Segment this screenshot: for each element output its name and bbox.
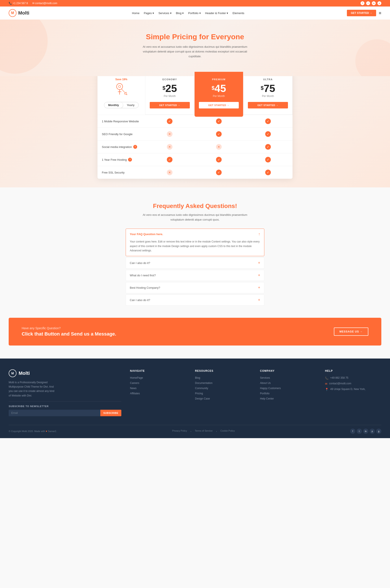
footer-nav-homepage[interactable]: HomePage	[130, 376, 186, 379]
footer-resources-docs[interactable]: Documentation	[195, 382, 251, 385]
hero-bg-circle2	[355, 39, 390, 76]
cta-banner: Have any Specific Question? Click that B…	[9, 318, 381, 346]
privacy-policy-link[interactable]: Privacy Policy	[172, 429, 187, 433]
plan-premium-cta[interactable]: GET STARTED →	[199, 102, 239, 109]
footer-nav-news[interactable]: News	[130, 387, 186, 390]
footer-description: Molti is a Professionally Designed Multi…	[9, 380, 56, 398]
footer-logo: M Molti	[9, 369, 121, 377]
nav-logo[interactable]: M Molti	[9, 9, 29, 17]
footer-company-about[interactable]: About Us	[260, 382, 316, 385]
check-yes-icon: ✓	[167, 118, 172, 124]
footer-twitter-icon[interactable]: t	[357, 429, 362, 434]
faq-question: Can I also do it?	[130, 261, 150, 265]
cta-label: Have any Specific Question?	[22, 326, 116, 330]
info-badge[interactable]: ?	[128, 158, 132, 162]
twitter-icon[interactable]: t	[366, 1, 370, 5]
faq-header[interactable]: What do I need first? +	[126, 270, 264, 281]
newsletter-input[interactable]	[9, 410, 100, 416]
feature-row: SEO Friendly for Google✕✓✓	[98, 127, 292, 140]
nav-services[interactable]: Services ▾	[158, 11, 171, 15]
faq-header[interactable]: Your FAQ Question here. ↑	[126, 229, 264, 239]
plan-ultra: ULTRA $75 Per Month GET STARTED →	[243, 72, 292, 115]
pricing-toggle-col: Save 19% Monthly Yearly	[98, 72, 145, 115]
faq-title-highlight: Frequently	[153, 203, 184, 209]
footer-facebook-icon[interactable]: f	[350, 429, 355, 434]
footer-instagram-icon[interactable]: in	[363, 429, 368, 434]
footer-resources-design[interactable]: Design Case	[195, 397, 251, 400]
message-us-button[interactable]: MESSAGE US →	[334, 328, 368, 336]
feature-cell: ✓	[243, 118, 292, 124]
footer-copyright: © Copyright Molti 2020. Made with ♥ Sama…	[9, 430, 57, 432]
feature-name: 1 Mobile Responsive Website	[98, 120, 145, 123]
cookie-link[interactable]: Cookie Policy	[220, 429, 235, 433]
toggle-yearly[interactable]: Yearly	[123, 102, 139, 108]
footer-legal-links: Privacy Policy · Terms of Service · Cook…	[172, 429, 235, 433]
terms-link[interactable]: Terms of Service	[195, 429, 213, 433]
info-badge[interactable]: ?	[133, 145, 137, 149]
footer-extra-icon[interactable]: g	[376, 429, 381, 434]
faq-question: What do I need first?	[130, 274, 156, 277]
newsletter-button[interactable]: SUBSCRIBE	[100, 410, 121, 416]
toggle-buttons: Monthly Yearly	[104, 102, 139, 108]
faq-container: Your FAQ Question here. ↑ Your content g…	[126, 229, 264, 305]
feature-cell: ✓	[194, 170, 244, 175]
footer-company-portfolio[interactable]: Portfolio	[260, 392, 316, 395]
save-badge: Save 19%	[115, 78, 127, 81]
pinterest-icon[interactable]: p	[377, 1, 381, 5]
faq-answer: Your content goes here. Edit or remove t…	[126, 239, 264, 256]
nav-home[interactable]: Home	[132, 11, 140, 15]
check-yes-icon: ✓	[216, 131, 222, 137]
hero-title-highlight: Pricing	[172, 33, 197, 41]
svg-point-0	[117, 83, 123, 90]
footer-company-services[interactable]: Services	[260, 376, 316, 379]
footer-company-customers[interactable]: Happy Customers	[260, 387, 316, 390]
footer-logo-icon: M	[9, 369, 16, 377]
newsletter-form: SUBSCRIBE	[9, 410, 121, 416]
nav-blog[interactable]: Blog ▾	[176, 11, 184, 15]
feature-row: Free SSL Security✕✓✓	[98, 166, 292, 179]
brand-name: Molti	[18, 10, 29, 16]
hamburger-icon[interactable]: ≡	[379, 11, 381, 16]
footer-company-help[interactable]: Help Center	[260, 397, 316, 400]
facebook-icon[interactable]: f	[361, 1, 364, 5]
nav-portfolio[interactable]: Portfolio ▾	[188, 11, 201, 15]
hero-title: Simple Pricing for Everyone	[9, 33, 381, 41]
footer-brand: M Molti Molti is a Professionally Design…	[9, 369, 121, 416]
nav-header-footer[interactable]: Header & Footer ▾	[205, 11, 228, 15]
svg-point-3	[118, 85, 121, 88]
footer-nav-affiliates[interactable]: Affiliates	[130, 392, 186, 395]
check-yes-icon: ✓	[167, 157, 172, 163]
faq-header[interactable]: Can I also do it? +	[126, 258, 264, 268]
get-started-button[interactable]: GET STARTED →	[347, 10, 376, 16]
plan-economy-cta[interactable]: GET STARTED →	[150, 102, 190, 109]
footer-resources-community[interactable]: Community	[195, 387, 251, 390]
plan-premium-price: $45	[199, 83, 239, 94]
footer-resources-blog[interactable]: Blog	[195, 376, 251, 379]
check-no-icon: ✕	[216, 144, 222, 150]
instagram-icon[interactable]: in	[372, 1, 376, 5]
feature-cell: ✓	[145, 118, 194, 124]
navbar: M Molti Home Pages ▾ Services ▾ Blog ▾ P…	[0, 6, 390, 19]
faq-toggle-icon: +	[258, 298, 260, 302]
feature-name: SEO Friendly for Google	[98, 132, 145, 136]
faq-title-rest: Asked Questions!	[184, 203, 237, 209]
hero-title-part2: for Everyone	[197, 33, 244, 41]
feature-cell: ✓	[243, 131, 292, 137]
plan-ultra-cta[interactable]: GET STARTED →	[248, 102, 288, 109]
faq-question: Can I also do it?	[130, 298, 150, 302]
faq-header[interactable]: Can I also do it? +	[126, 295, 264, 305]
plan-ultra-price: $75	[248, 83, 288, 94]
footer-resources-pricing[interactable]: Pricing	[195, 392, 251, 395]
faq-subtitle: At vero eos et accusamus iusto odio dign…	[141, 213, 249, 222]
check-no-icon: ✕	[167, 131, 172, 137]
footer-nav-careers[interactable]: Careers	[130, 382, 186, 385]
pricing-icon	[115, 83, 128, 99]
feature-cell: ✓	[243, 144, 292, 150]
faq-header[interactable]: Best Hosting Company? +	[126, 282, 264, 293]
footer-pinterest-icon[interactable]: p	[370, 429, 375, 434]
toggle-monthly[interactable]: Monthly	[104, 102, 123, 108]
nav-elements[interactable]: Elements	[233, 11, 244, 15]
check-yes-icon: ✓	[216, 118, 222, 124]
nav-pages[interactable]: Pages ▾	[144, 11, 154, 15]
plan-ultra-period: Per Month	[248, 95, 288, 98]
